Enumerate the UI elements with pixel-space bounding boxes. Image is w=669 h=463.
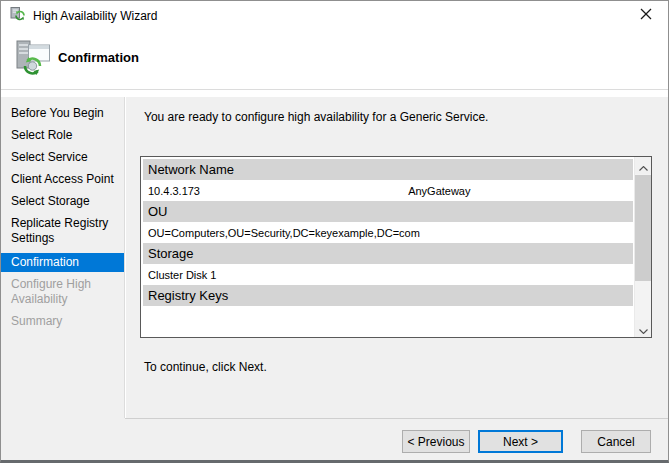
ou-row: OU=Computers,OU=Security,DC=keyexample,D… [143,223,634,243]
scrollbar-thumb[interactable] [635,175,651,281]
section-header-storage: Storage [143,243,633,264]
network-name-row: 10.4.3.173 AnyGateway [143,181,634,201]
button-bar-separator [125,418,668,419]
high-availability-wizard-window: High Availability Wizard [0,0,669,463]
wizard-step-configure-high-availability: Configure High Availability [1,277,124,307]
next-button[interactable]: Next > [478,430,563,453]
chevron-down-icon [639,320,648,338]
network-name-value: AnyGateway [408,181,470,201]
storage-value: Cluster Disk 1 [148,269,216,281]
close-icon [640,8,652,23]
wizard-step-select-role: Select Role [1,128,124,143]
wizard-step-summary: Summary [1,314,124,329]
confirmation-summary-box: Network Name 10.4.3.173 AnyGateway OU OU… [140,156,652,338]
summary-content: Network Name 10.4.3.173 AnyGateway OU OU… [141,157,634,337]
high-availability-icon [15,40,52,81]
scroll-up-button[interactable] [635,157,651,174]
continue-hint-text: To continue, click Next. [144,360,267,374]
wizard-header: Confirmation [1,31,668,89]
wizard-step-replicate-registry-settings: Replicate Registry Settings [1,216,124,246]
cancel-button[interactable]: Cancel [581,430,651,453]
wizard-step-select-service: Select Service [1,150,124,165]
storage-row: Cluster Disk 1 [143,265,634,285]
intro-text: You are ready to configure high availabi… [144,110,488,124]
section-header-ou: OU [143,201,633,222]
wizard-step-confirmation-current: Confirmation [1,253,124,272]
wizard-step-select-storage: Select Storage [1,194,124,209]
section-header-registry-keys: Registry Keys [143,285,633,306]
title-bar: High Availability Wizard [1,1,668,31]
summary-scrollbar[interactable] [634,157,651,337]
wizard-app-icon [10,6,26,26]
scroll-down-button[interactable] [635,320,651,337]
window-title: High Availability Wizard [33,9,158,23]
chevron-up-icon [639,157,648,175]
section-header-network-name: Network Name [143,159,633,180]
wizard-step-before-you-begin: Before You Begin [1,106,124,121]
previous-button[interactable]: < Previous [402,430,470,453]
ou-value: OU=Computers,OU=Security,DC=keyexample,D… [148,227,420,239]
header-separator [1,89,668,90]
wizard-step-client-access-point: Client Access Point [1,172,124,187]
network-ip-value: 10.4.3.173 [148,185,200,197]
page-title: Confirmation [58,50,139,65]
main-pane: You are ready to configure high availabi… [125,97,669,418]
close-button[interactable] [625,2,667,29]
wizard-steps-sidebar: Before You Begin Select Role Select Serv… [1,97,124,460]
